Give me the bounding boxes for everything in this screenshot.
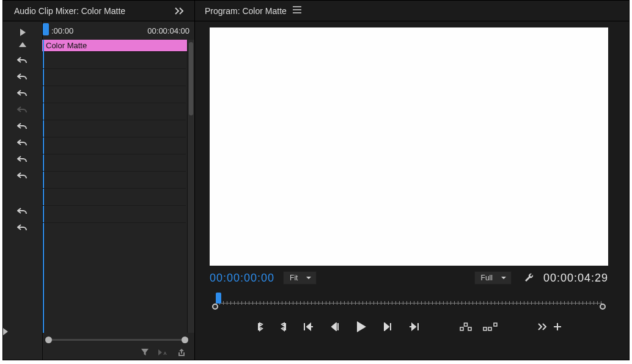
- mark-out-button[interactable]: [280, 322, 287, 332]
- lift-button[interactable]: [460, 322, 472, 331]
- undo-button[interactable]: [10, 69, 35, 85]
- track-row[interactable]: [43, 69, 186, 86]
- program-scrub-bar[interactable]: [210, 290, 608, 315]
- step-forward-button[interactable]: [383, 322, 392, 331]
- track-row[interactable]: [43, 155, 186, 172]
- svg-rect-2: [465, 323, 468, 326]
- ruler-time-end: 00:00:04:00: [147, 26, 189, 35]
- track-row[interactable]: [43, 206, 186, 223]
- clip-label: Color Matte: [46, 41, 87, 50]
- svg-rect-3: [483, 327, 487, 330]
- program-playhead[interactable]: [216, 293, 221, 304]
- track-row[interactable]: [43, 52, 186, 69]
- play-button[interactable]: [356, 321, 367, 333]
- undo-button[interactable]: [10, 168, 35, 184]
- keyframe-play-icon[interactable]: [158, 349, 169, 356]
- timeline-clip[interactable]: Color Matte: [42, 40, 194, 52]
- go-to-in-button[interactable]: [303, 322, 314, 331]
- extract-button[interactable]: [483, 322, 498, 331]
- program-monitor-viewport: [210, 27, 608, 266]
- audio-mixer-title: Audio Clip Mixer: Color Matte: [14, 6, 171, 16]
- collapse-panel-chevron-icon[interactable]: [171, 4, 189, 18]
- timeline-vertical-scrollbar[interactable]: [187, 40, 194, 333]
- quality-dropdown[interactable]: Full: [474, 271, 512, 285]
- chevron-down-icon: [501, 277, 506, 279]
- undo-button[interactable]: [10, 118, 35, 134]
- undo-button[interactable]: [10, 135, 35, 151]
- track-row[interactable]: [43, 189, 186, 206]
- export-icon[interactable]: [177, 348, 186, 357]
- track-row[interactable]: [43, 137, 186, 155]
- mark-in-button[interactable]: [257, 322, 264, 332]
- quality-dropdown-label: Full: [481, 274, 493, 282]
- undo-button: [10, 102, 35, 118]
- undo-button[interactable]: [10, 220, 35, 236]
- timeline-zoom-scrollbar[interactable]: [45, 335, 188, 344]
- track-row[interactable]: [43, 103, 186, 120]
- go-to-out-button[interactable]: [408, 322, 419, 331]
- ruler-time-start: :00:00: [51, 26, 73, 35]
- current-timecode[interactable]: 00:00:00:00: [210, 272, 274, 285]
- playhead-marker[interactable]: [43, 23, 49, 35]
- more-tools-chevron-icon[interactable]: [538, 323, 549, 330]
- timeline-play-icon[interactable]: [20, 29, 26, 36]
- zoom-dropdown[interactable]: Fit: [283, 271, 317, 285]
- svg-rect-1: [468, 327, 471, 330]
- program-monitor-title: Program: Color Matte: [205, 6, 287, 16]
- svg-rect-5: [494, 323, 497, 326]
- undo-button[interactable]: [10, 151, 35, 167]
- panel-menu-icon[interactable]: [293, 6, 301, 15]
- duration-timecode: 00:00:04:29: [543, 272, 608, 285]
- track-row[interactable]: [43, 86, 186, 103]
- svg-rect-0: [460, 327, 463, 330]
- track-row[interactable]: [43, 120, 186, 137]
- expand-head-icon[interactable]: [3, 328, 8, 335]
- undo-button[interactable]: [10, 203, 35, 219]
- time-ruler[interactable]: :00:00 00:00:04:00: [43, 21, 194, 40]
- chevron-down-icon: [306, 277, 311, 279]
- undo-button[interactable]: [10, 53, 35, 68]
- filter-icon[interactable]: [141, 348, 149, 357]
- collapse-tracks-icon[interactable]: [19, 42, 26, 47]
- zoom-dropdown-label: Fit: [290, 274, 298, 282]
- button-editor-add-icon[interactable]: [554, 323, 561, 330]
- step-back-button[interactable]: [330, 322, 340, 331]
- svg-rect-4: [488, 327, 491, 330]
- track-row[interactable]: [43, 172, 186, 189]
- settings-wrench-icon[interactable]: [524, 272, 535, 285]
- undo-button[interactable]: [10, 86, 35, 101]
